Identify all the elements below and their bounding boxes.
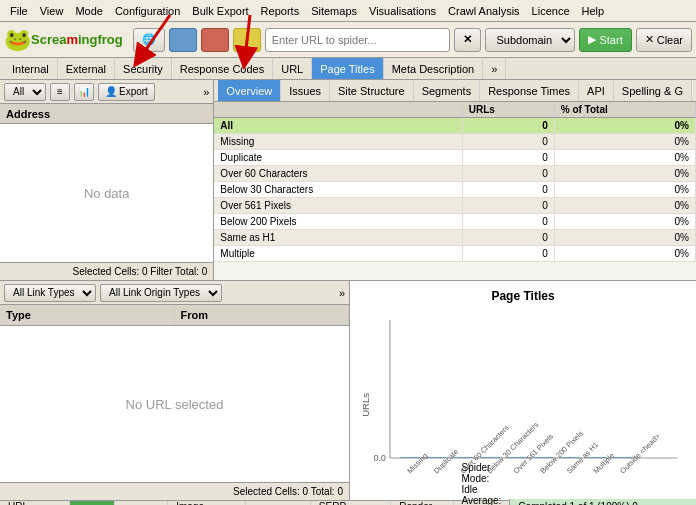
menu-item-reports[interactable]: Reports	[255, 3, 306, 19]
menu-item-configuration[interactable]: Configuration	[109, 3, 186, 19]
status-tab-image-details[interactable]: Image Details	[168, 501, 246, 505]
row-pct: 0%	[554, 198, 695, 214]
row-label: Multiple	[214, 246, 462, 262]
y-axis-label: URLs	[360, 393, 371, 417]
bottom-selected-info: Selected Cells: 0 Total: 0	[0, 482, 349, 500]
nav-tabs-more[interactable]: »	[483, 58, 506, 79]
link-type-filter[interactable]: All Link Types	[4, 284, 96, 302]
row-label: Duplicate	[214, 150, 462, 166]
status-tab-url-details[interactable]: URL Details	[0, 501, 70, 505]
chart-view-icon[interactable]: 📊	[74, 83, 94, 101]
right-tab-segments[interactable]: Segments	[414, 80, 481, 101]
expand-icon[interactable]: »	[203, 86, 209, 98]
row-pct: 0%	[554, 182, 695, 198]
row-label: Same as H1	[214, 230, 462, 246]
menu-item-file[interactable]: File	[4, 3, 34, 19]
link-origin-filter[interactable]: All Link Origin Types	[100, 284, 222, 302]
nav-tab-external[interactable]: External	[58, 58, 115, 79]
nav-tab-internal[interactable]: Internal	[4, 58, 58, 79]
table-row[interactable]: Missing 0 0%	[214, 134, 695, 150]
right-tab-site-structure[interactable]: Site Structure	[330, 80, 414, 101]
address-column-header: Address	[0, 104, 213, 124]
menu-item-visualisations[interactable]: Visualisations	[363, 3, 442, 19]
clear-icon: ✕	[645, 33, 654, 46]
nav-tab-response-codes[interactable]: Response Codes	[172, 58, 273, 79]
row-urls: 0	[462, 118, 554, 134]
list-view-icon[interactable]: ≡	[50, 83, 70, 101]
menu-item-mode[interactable]: Mode	[69, 3, 109, 19]
row-label: Below 200 Pixels	[214, 214, 462, 230]
toolbar-btn-3[interactable]	[233, 28, 261, 52]
chart-area: Page Titles URLs 0.0 Missing	[350, 281, 696, 500]
nav-tab-meta-description[interactable]: Meta Description	[384, 58, 484, 79]
col-header-label	[214, 102, 462, 118]
right-tab-overview[interactable]: Overview	[218, 80, 281, 101]
menu-item-crawl-analysis[interactable]: Crawl Analysis	[442, 3, 526, 19]
logo: 🐸 Screamingfrog	[4, 27, 123, 53]
table-row[interactable]: Over 561 Pixels 0 0%	[214, 198, 695, 214]
row-urls: 0	[462, 198, 554, 214]
status-tab-inlinks[interactable]: Inlinks	[70, 501, 115, 505]
from-col-header: From	[175, 305, 350, 325]
col-header-pct: % of Total	[554, 102, 695, 118]
row-pct: 0%	[554, 118, 695, 134]
table-row[interactable]: Below 30 Characters 0 0%	[214, 182, 695, 198]
svg-text:Outside <head>: Outside <head>	[618, 432, 662, 476]
svg-text:Missing: Missing	[405, 451, 429, 475]
clear-button[interactable]: ✕ Clear	[636, 28, 692, 52]
chart-title: Page Titles	[358, 289, 688, 303]
row-label: Over 561 Pixels	[214, 198, 462, 214]
table-row[interactable]: Over 60 Characters 0 0%	[214, 166, 695, 182]
page-titles-chart: URLs 0.0 Missing Duplicate O	[358, 307, 688, 492]
bottom-col-headers: Type From	[0, 305, 349, 326]
table-row[interactable]: All 0 0%	[214, 118, 695, 134]
menu-item-bulk-export[interactable]: Bulk Export	[186, 3, 254, 19]
left-toolbar: All ≡ 📊 👤 Export »	[0, 80, 213, 104]
cancel-x-button[interactable]: ✕	[454, 28, 481, 52]
right-tab-spelling[interactable]: Spelling & G	[614, 80, 692, 101]
chart-container: URLs 0.0 Missing Duplicate O	[358, 307, 688, 492]
menu-item-help[interactable]: Help	[576, 3, 611, 19]
filter-select[interactable]: All	[4, 83, 46, 101]
table-row[interactable]: Multiple 0 0%	[214, 246, 695, 262]
status-completion: Completed 1 of 1 (100%) 0 Remaining	[509, 499, 696, 506]
subdomain-select[interactable]: Subdomain	[485, 28, 575, 52]
nav-tab-page-titles[interactable]: Page Titles	[312, 58, 383, 79]
menu-item-licence[interactable]: Licence	[526, 3, 576, 19]
menu-item-view[interactable]: View	[34, 3, 70, 19]
row-urls: 0	[462, 166, 554, 182]
url-input[interactable]	[265, 28, 451, 52]
row-pct: 0%	[554, 134, 695, 150]
row-pct: 0%	[554, 230, 695, 246]
left-data-area: No data	[0, 124, 213, 262]
start-button[interactable]: ▶ Start	[579, 28, 631, 52]
right-tab-api[interactable]: API	[579, 80, 614, 101]
right-tab-response-times[interactable]: Response Times	[480, 80, 579, 101]
bottom-expand-icon[interactable]: »	[339, 287, 345, 299]
row-label: All	[214, 118, 462, 134]
menu-item-sitemaps[interactable]: Sitemaps	[305, 3, 363, 19]
status-tab-outlinks[interactable]: Outlinks	[115, 501, 168, 505]
toolbar: 🐸 Screamingfrog 🌐 ✕ Subdomain ▶ Start ✕ …	[0, 22, 696, 58]
export-button[interactable]: 👤 Export	[98, 83, 155, 101]
y-axis-value: 0.0	[374, 453, 386, 463]
table-row[interactable]: Duplicate 0 0%	[214, 150, 695, 166]
row-urls: 0	[462, 246, 554, 262]
globe-button[interactable]: 🌐	[133, 28, 165, 52]
right-tab-issues[interactable]: Issues	[281, 80, 330, 101]
table-row[interactable]: Below 200 Pixels 0 0%	[214, 214, 695, 230]
table-row[interactable]: Same as H1 0 0%	[214, 230, 695, 246]
status-tab-resources[interactable]: Resources	[246, 501, 311, 505]
status-tab-serp-snippet[interactable]: SERP Snippet	[311, 501, 391, 505]
right-tabs: Overview Issues Site Structure Segments …	[214, 80, 696, 102]
logo-text: Screamingfrog	[31, 32, 123, 47]
status-tab-render[interactable]: Render ▼	[391, 501, 453, 505]
toolbar-btn-1[interactable]	[169, 28, 197, 52]
nav-tab-security[interactable]: Security	[115, 58, 172, 79]
menu-bar: File View Mode Configuration Bulk Export…	[0, 0, 696, 22]
toolbar-btn-2[interactable]	[201, 28, 229, 52]
nav-tab-url[interactable]: URL	[273, 58, 312, 79]
row-label: Over 60 Characters	[214, 166, 462, 182]
row-pct: 0%	[554, 150, 695, 166]
status-tabs: URL Details Inlinks Outlinks Image Detai…	[0, 501, 454, 505]
